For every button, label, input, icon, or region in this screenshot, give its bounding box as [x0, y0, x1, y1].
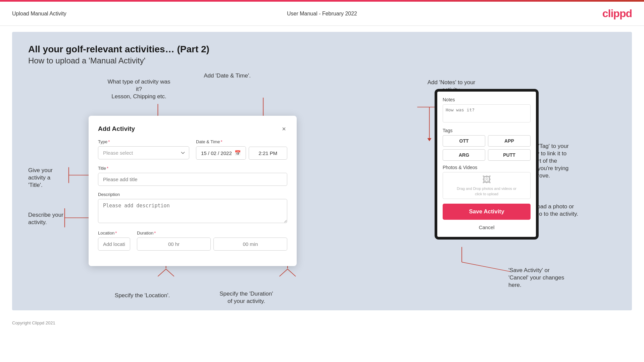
tag-arg[interactable]: ARG [443, 149, 485, 161]
type-required: * [108, 139, 110, 144]
upload-icon: 🖼 [482, 174, 491, 185]
description-label: Description [98, 192, 287, 197]
svg-line-29 [462, 262, 510, 271]
annotation-location: Specify the 'Location'. [102, 292, 183, 299]
photos-section-label: Photos & Videos [443, 165, 531, 170]
datetime-group: Date & Time* 15 / 02 / 2022 📅 2:21 PM [196, 139, 287, 160]
type-group: Type* Please select [98, 139, 189, 160]
header: Upload Manual Activity User Manual - Feb… [0, 2, 644, 26]
annotation-describe: Describe your activity. [28, 211, 68, 226]
title-label: Title* [98, 166, 287, 171]
svg-line-14 [158, 269, 166, 276]
tag-app[interactable]: APP [488, 135, 531, 147]
upload-placeholder: Drag and Drop photos and videos or click… [457, 186, 516, 197]
duration-hours-input[interactable] [137, 238, 211, 251]
clippd-logo: clippd [602, 7, 632, 20]
location-group: Location* [98, 230, 130, 251]
phone-screen: Notes Tags OTT APP ARG PUTT Photos & Vid… [435, 89, 539, 240]
title-group: Title* [98, 166, 287, 186]
title-required: * [107, 166, 108, 171]
datetime-inputs: 15 / 02 / 2022 📅 2:21 PM [196, 146, 287, 160]
save-activity-button[interactable]: Save Activity [443, 204, 531, 220]
description-textarea[interactable] [98, 199, 287, 223]
svg-line-18 [280, 269, 288, 276]
dialog-close-button[interactable]: × [281, 125, 287, 132]
datetime-required: * [221, 139, 222, 144]
tag-putt[interactable]: PUTT [488, 149, 531, 161]
copyright: Copyright Clippd 2021 [0, 316, 644, 329]
description-row: Description [98, 192, 287, 224]
tags-grid: OTT APP ARG PUTT [443, 135, 531, 161]
location-duration-row: Location* Duration* [98, 230, 287, 251]
type-datetime-row: Type* Please select Date & Time* 15 / 02 [98, 139, 287, 160]
phone-mockup-wrapper: Notes Tags OTT APP ARG PUTT Photos & Vid… [421, 75, 616, 240]
dialog-box: Add Activity × Type* Please select [89, 116, 297, 266]
calendar-icon: 📅 [235, 150, 241, 156]
duration-required: * [154, 230, 156, 236]
main-content-area: All your golf-relevant activities… (Part… [12, 32, 632, 310]
dialog-title: Add Activity [98, 125, 135, 133]
annotation-duration: Specify the 'Duration' of your activity. [203, 290, 290, 305]
annotation-datetime: Add 'Date & Time'. [195, 72, 259, 80]
time-input[interactable]: 2:21 PM [249, 147, 287, 160]
subheading: How to upload a 'Manual Activity' [28, 56, 616, 65]
location-required: * [115, 230, 117, 236]
annotation-save: 'Save Activity' or 'Cancel' your changes… [508, 267, 609, 289]
duration-label: Duration* [137, 230, 287, 236]
title-input[interactable] [98, 173, 287, 186]
photos-upload-area[interactable]: 🖼 Drag and Drop photos and videos or cli… [443, 172, 531, 199]
duration-minutes-input[interactable] [213, 238, 287, 251]
notes-textarea[interactable] [443, 104, 531, 122]
type-select[interactable]: Please select [98, 146, 189, 159]
description-group: Description [98, 192, 287, 224]
diagram-area: What type of activity was it? Lesson, Ch… [28, 75, 616, 297]
location-input[interactable] [98, 238, 130, 251]
title-row: Title* [98, 166, 287, 186]
tag-ott[interactable]: OTT [443, 135, 485, 147]
page-title: Upload Manual Activity [12, 11, 66, 17]
dialog-header: Add Activity × [98, 125, 287, 133]
heading: All your golf-relevant activities… (Part… [28, 44, 616, 55]
duration-group: Duration* [137, 230, 287, 251]
add-activity-dialog: Add Activity × Type* Please select [89, 96, 297, 266]
notes-section-label: Notes [443, 97, 531, 102]
location-label: Location* [98, 230, 130, 236]
phone-inner: Notes Tags OTT APP ARG PUTT Photos & Vid… [437, 92, 536, 237]
annotation-give-title: Give your activity a 'Title'. [28, 167, 68, 189]
type-label: Type* [98, 139, 189, 144]
cancel-link[interactable]: Cancel [443, 223, 531, 231]
svg-line-15 [166, 269, 174, 276]
tags-section-label: Tags [443, 128, 531, 133]
datetime-label: Date & Time* [196, 139, 287, 144]
svg-line-19 [288, 269, 296, 276]
duration-inputs [137, 238, 287, 251]
date-input[interactable]: 15 / 02 / 2022 📅 [196, 146, 246, 160]
doc-subtitle: User Manual - February 2022 [287, 11, 357, 17]
